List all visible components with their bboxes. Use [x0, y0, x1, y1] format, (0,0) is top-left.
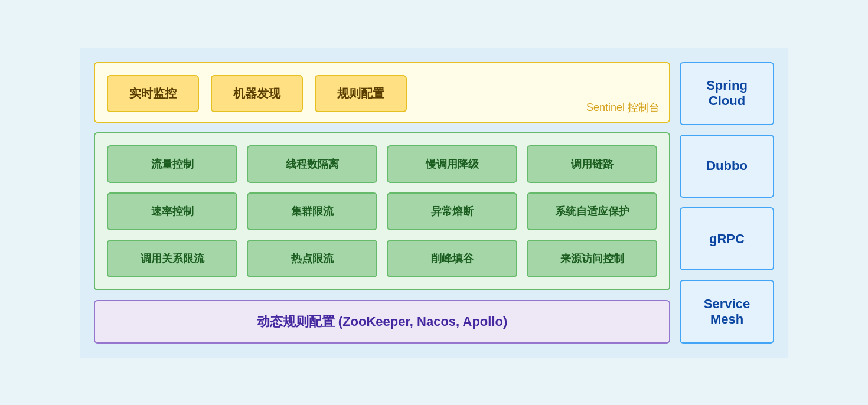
sentinel-items: 实时监控 机器发现 规则配置 — [107, 75, 657, 112]
core-item-call-chain: 调用链路 — [527, 145, 657, 183]
core-item-hotspot-limit: 热点限流 — [247, 240, 377, 277]
sentinel-section: 实时监控 机器发现 规则配置 Sentinel 控制台 — [94, 62, 670, 123]
right-item-dubbo: Dubbo — [680, 135, 774, 198]
right-item-grpc: gRPC — [680, 207, 774, 270]
right-panel: Spring Cloud Dubbo gRPC Service Mesh — [680, 62, 774, 344]
left-panel: 实时监控 机器发现 规则配置 Sentinel 控制台 流量控制 线程数隔离 慢… — [94, 62, 670, 344]
right-item-service-mesh: Service Mesh — [680, 280, 774, 343]
dynamic-text: 动态规则配置 (ZooKeeper, Nacos, Apollo) — [257, 314, 508, 329]
core-item-flow-control: 流量控制 — [107, 145, 237, 183]
sentinel-item-rule: 规则配置 — [315, 75, 407, 112]
sentinel-item-realtime: 实时监控 — [107, 75, 199, 112]
core-item-slow-degradation: 慢调用降级 — [387, 145, 517, 183]
core-section: 流量控制 线程数隔离 慢调用降级 调用链路 速率控制 集群限流 异常熔断 系统自… — [94, 132, 670, 290]
core-item-exception-breaker: 异常熔断 — [387, 192, 517, 230]
core-item-call-relation-limit: 调用关系限流 — [107, 240, 237, 277]
core-grid: 流量控制 线程数隔离 慢调用降级 调用链路 速率控制 集群限流 异常熔断 系统自… — [107, 145, 657, 277]
core-item-rate-control: 速率控制 — [107, 192, 237, 230]
dynamic-section: 动态规则配置 (ZooKeeper, Nacos, Apollo) — [94, 300, 670, 344]
core-item-cluster-limit: 集群限流 — [247, 192, 377, 230]
sentinel-item-machine: 机器发现 — [211, 75, 303, 112]
core-item-thread-isolation: 线程数隔离 — [247, 145, 377, 183]
main-container: 实时监控 机器发现 规则配置 Sentinel 控制台 流量控制 线程数隔离 慢… — [80, 48, 788, 358]
core-item-peak-fill: 削峰填谷 — [387, 240, 517, 277]
right-item-spring-cloud: Spring Cloud — [680, 62, 774, 125]
core-item-source-access-control: 来源访问控制 — [527, 240, 657, 277]
core-item-system-protection: 系统自适应保护 — [527, 192, 657, 230]
sentinel-label: Sentinel 控制台 — [586, 100, 660, 115]
